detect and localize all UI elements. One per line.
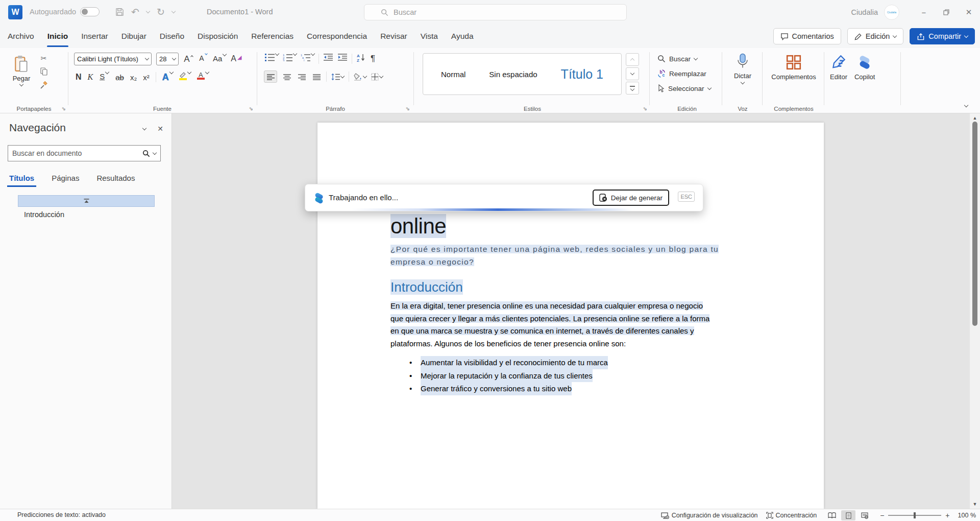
gallery-expand[interactable]	[626, 82, 639, 94]
minimize-button[interactable]: −	[913, 0, 935, 25]
document-page[interactable]: online ¿Por qué es importante tener una …	[317, 123, 824, 509]
italic-button[interactable]: K	[88, 73, 93, 82]
nav-tab-resultados[interactable]: Resultados	[96, 174, 135, 187]
nav-tab-paginas[interactable]: Páginas	[52, 174, 79, 187]
justify-button[interactable]	[311, 70, 322, 83]
style-sin-espaciado[interactable]: Sin espaciado	[489, 70, 537, 79]
bold-button[interactable]: N	[76, 73, 82, 82]
pilcrow-button[interactable]: ¶	[371, 54, 375, 64]
nav-search-options-icon[interactable]	[153, 150, 157, 154]
subscript-button[interactable]: x₂	[130, 73, 137, 82]
tab-vista[interactable]: Vista	[414, 25, 445, 48]
tab-diseno[interactable]: Diseño	[153, 25, 191, 48]
print-layout-button[interactable]	[841, 510, 855, 520]
undo-icon[interactable]: ↶	[131, 6, 139, 18]
addins-button[interactable]: Complementos	[764, 54, 823, 81]
numbered-list-button[interactable]: 123	[283, 53, 297, 64]
align-center-button[interactable]	[282, 70, 292, 83]
undo-chevron-icon[interactable]	[146, 9, 150, 13]
style-titulo-1[interactable]: Título 1	[561, 67, 603, 82]
editing-mode-button[interactable]: Edición	[847, 28, 904, 44]
nav-heading-item[interactable]: Introducción	[24, 210, 64, 219]
restore-button[interactable]	[935, 0, 958, 25]
decrease-indent-button[interactable]	[323, 53, 333, 64]
nav-tab-titulos[interactable]: Títulos	[9, 174, 34, 187]
find-button[interactable]: Buscar	[657, 52, 711, 65]
strikethrough-button[interactable]: ab	[115, 73, 124, 82]
save-icon[interactable]	[115, 8, 124, 16]
sort-button[interactable]: AZ	[356, 53, 366, 64]
cut-icon[interactable]: ✂	[41, 54, 47, 62]
zoom-in-button[interactable]: +	[945, 511, 949, 519]
nav-search-input[interactable]	[12, 149, 139, 157]
stop-generating-button[interactable]: Dejar de generar	[593, 190, 669, 206]
tab-ayuda[interactable]: Ayuda	[445, 25, 480, 48]
vertical-scrollbar[interactable]: ▲ ▼	[970, 113, 980, 509]
tab-insertar[interactable]: Insertar	[75, 25, 115, 48]
nav-heading-item-selected[interactable]	[18, 195, 155, 207]
change-case-button[interactable]: Aa	[213, 54, 226, 65]
nav-pane-close-icon[interactable]: ✕	[157, 125, 163, 133]
text-effects-button[interactable]: A	[162, 72, 173, 83]
shading-button[interactable]	[354, 70, 366, 83]
display-settings-button[interactable]: Configuración de visualización	[661, 512, 758, 519]
borders-button[interactable]	[371, 70, 383, 83]
align-left-button[interactable]	[264, 70, 277, 83]
font-size-combo[interactable]: 28	[156, 53, 179, 65]
user-name[interactable]: Ciudalia	[851, 8, 878, 16]
redo-icon[interactable]: ↻	[157, 6, 165, 18]
comments-button[interactable]: Comentarios	[773, 28, 841, 44]
bullet-list-button[interactable]	[265, 53, 279, 64]
focus-mode-button[interactable]: Concentración	[766, 512, 817, 519]
read-mode-button[interactable]	[825, 510, 839, 520]
tab-disposicion[interactable]: Disposición	[191, 25, 244, 48]
scroll-down-icon[interactable]: ▼	[970, 502, 980, 507]
tab-dibujar[interactable]: Dibujar	[115, 25, 153, 48]
global-search-box[interactable]: Buscar	[364, 4, 627, 20]
zoom-slider-thumb[interactable]	[914, 512, 916, 518]
copy-icon[interactable]	[40, 67, 47, 76]
dialog-launcher-icon[interactable]: ⇘	[62, 106, 66, 111]
tab-revisar[interactable]: Revisar	[374, 25, 414, 48]
search-icon[interactable]	[142, 150, 150, 157]
grow-font-button[interactable]: A	[183, 54, 193, 65]
text-predictions-status[interactable]: Predicciones de texto: activado	[17, 511, 106, 518]
superscript-button[interactable]: x²	[143, 73, 150, 82]
tab-archivo[interactable]: Archivo	[1, 25, 41, 48]
increase-indent-button[interactable]	[337, 53, 348, 64]
gallery-scroll-up[interactable]	[626, 53, 639, 66]
nav-pane-options-icon[interactable]	[142, 126, 146, 130]
collapse-ribbon-icon[interactable]	[964, 103, 968, 107]
tab-inicio[interactable]: Inicio	[41, 25, 75, 48]
tab-correspondencia[interactable]: Correspondencia	[300, 25, 374, 48]
multilevel-list-button[interactable]: 1ai	[301, 53, 314, 64]
select-button[interactable]: Seleccionar	[657, 82, 711, 95]
zoom-out-button[interactable]: −	[880, 511, 884, 519]
dialog-launcher-icon[interactable]: ⇘	[406, 106, 410, 111]
editor-button[interactable]: Editor	[830, 54, 847, 81]
zoom-slider[interactable]	[888, 515, 941, 516]
tab-referencias[interactable]: Referencias	[244, 25, 300, 48]
line-spacing-button[interactable]	[331, 70, 344, 83]
font-color-button[interactable]: A	[197, 72, 209, 83]
avatar[interactable]: Ciudalia	[884, 5, 899, 20]
close-button[interactable]: ✕	[958, 0, 980, 25]
highlight-color-button[interactable]	[179, 72, 191, 83]
replace-button[interactable]: bc Reemplazar	[657, 67, 711, 80]
copilot-button[interactable]: Copilot	[854, 54, 875, 81]
format-painter-icon[interactable]	[40, 81, 47, 89]
zoom-level[interactable]: 100 %	[958, 512, 976, 519]
web-layout-button[interactable]	[857, 510, 872, 520]
share-button[interactable]: Compartir	[910, 28, 975, 44]
style-normal[interactable]: Normal	[441, 70, 465, 79]
gallery-scroll-down[interactable]	[626, 67, 639, 80]
dialog-launcher-icon[interactable]: ⇘	[249, 106, 253, 111]
underline-button[interactable]: S	[99, 72, 109, 83]
autosave-toggle[interactable]	[80, 7, 100, 16]
scrollbar-thumb[interactable]	[972, 122, 977, 326]
shrink-font-button[interactable]: A	[198, 54, 208, 65]
dictate-button[interactable]: Dictar	[724, 53, 762, 84]
paste-button[interactable]: Pegar	[7, 51, 36, 101]
qat-overflow-icon[interactable]	[172, 9, 176, 13]
align-right-button[interactable]	[297, 70, 307, 83]
